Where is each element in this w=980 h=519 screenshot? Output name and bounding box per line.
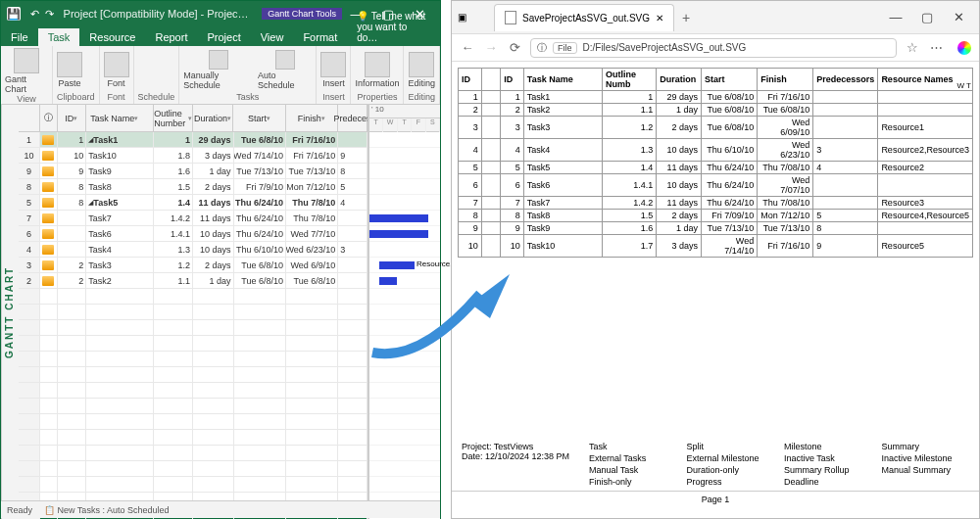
table-row[interactable]: 4Task41.310 daysThu 6/10/10Wed 6/23/103	[19, 242, 368, 258]
legend-item: Summary Rollup	[784, 465, 872, 475]
table-row[interactable]: 11◢ Task1129 daysTue 6/8/10Fri 7/16/10	[19, 132, 368, 148]
table-row[interactable]: 7Task71.4.211 daysThu 6/24/10Thu 7/8/10	[19, 211, 368, 226]
tab-view[interactable]: View	[251, 28, 294, 46]
tab-file[interactable]: File	[1, 28, 38, 46]
table-row[interactable]: 6Task61.4.110 daysThu 6/24/10Wed 7/7/10	[19, 226, 368, 242]
col-finish: Finish▾	[286, 105, 338, 131]
table-row[interactable]: 22Task21.11 dayTue 6/8/10Tue 6/8/10	[19, 273, 368, 289]
tab-resource[interactable]: Resource	[79, 28, 145, 46]
task-grid[interactable]: ⓘ ID▾ Task Name▾ Outline Number▾ Duratio…	[19, 105, 369, 519]
favorite-icon[interactable]: ☆	[905, 40, 920, 55]
legend-item: Split	[687, 442, 775, 451]
table-row-empty[interactable]	[19, 352, 368, 367]
legend-item: Deadline	[784, 477, 872, 487]
url-scheme: File	[553, 42, 577, 54]
manually-schedule-button[interactable]: Manually Schedule	[183, 50, 254, 90]
tab-report[interactable]: Report	[145, 28, 197, 46]
editing-button[interactable]: Editing	[408, 52, 435, 88]
table-row-empty[interactable]	[19, 289, 368, 305]
table-row-empty[interactable]	[19, 336, 368, 352]
svg-task-table: IDIDTask NameOutline NumbDurationStartFi…	[458, 68, 973, 258]
tab-title: SaveProjectAsSVG_out.SVG	[522, 13, 650, 24]
tab-project[interactable]: Project	[197, 28, 250, 46]
table-row[interactable]: 32Task31.22 daysTue 6/8/10Wed 6/9/10	[19, 258, 368, 273]
menu-icon[interactable]: ⋯	[928, 40, 944, 55]
svg-col-header: ID	[501, 69, 524, 91]
task-icon	[42, 166, 54, 176]
new-tab-button[interactable]: +	[682, 10, 690, 25]
gantt-chart-sidebar[interactable]: GANTT CHART	[1, 105, 19, 519]
svg-col-header: Start	[702, 69, 758, 91]
col-outline: Outline Number▾	[154, 105, 193, 131]
svg-col-header: Duration	[657, 69, 702, 91]
browser-close[interactable]: ✕	[944, 10, 973, 24]
status-bar: Ready 📋 New Tasks : Auto Scheduled	[1, 500, 440, 518]
table-row-empty[interactable]	[19, 414, 368, 430]
ribbon-tabs: FileTaskResourceReportProjectViewFormat💡…	[1, 26, 440, 46]
browser-titlebar: ▣ SaveProjectAsSVG_out.SVG ✕ + — ▢ ✕	[452, 1, 979, 34]
gantt-chart-button[interactable]: Gantt Chart	[5, 48, 48, 94]
svg-table-row: 66Task61.4.110 daysThu 6/24/10Wed 7/07/1…	[459, 174, 973, 197]
url-input[interactable]: ⓘ File D:/Files/SaveProjectAsSVG_out.SVG	[530, 38, 897, 58]
gantt-row	[369, 211, 440, 226]
window-title: Project [Compatibility Mode] - Projec…	[54, 8, 258, 20]
table-row-empty[interactable]	[19, 383, 368, 399]
svg-table-row: 33Task31.22 daysTue 6/08/10Wed 6/09/10Re…	[459, 117, 973, 139]
svg-table-row: 88Task81.52 daysFri 7/09/10Mon 7/12/105R…	[459, 210, 973, 222]
redo-icon[interactable]: ↷	[45, 8, 54, 21]
forward-button[interactable]: →	[483, 40, 499, 55]
tab-close-icon[interactable]: ✕	[656, 13, 663, 24]
task-icon	[42, 151, 54, 161]
table-row-empty[interactable]	[19, 430, 368, 446]
svg-col-header: Outline Numb	[602, 69, 656, 91]
conversion-arrow-icon	[363, 264, 519, 372]
back-button[interactable]: ←	[460, 40, 475, 55]
auto-schedule-button[interactable]: Auto Schedule	[258, 50, 312, 90]
table-row-empty[interactable]	[19, 461, 368, 477]
insert-button[interactable]: Insert	[320, 52, 346, 88]
refresh-button[interactable]: ⟳	[507, 40, 522, 55]
table-row-empty[interactable]	[19, 477, 368, 493]
col-duration: Duration▾	[193, 105, 233, 131]
gantt-bar[interactable]	[369, 230, 428, 238]
information-button[interactable]: Information	[355, 52, 399, 88]
table-row[interactable]: 1010Task101.83 daysWed 7/14/10Fri 7/16/1…	[19, 148, 368, 164]
table-row[interactable]: 88Task81.52 daysFri 7/9/10Mon 7/12/105	[19, 179, 368, 195]
save-icon[interactable]: 💾	[7, 7, 21, 21]
url-text: D:/Files/SaveProjectAsSVG_out.SVG	[583, 42, 747, 53]
table-row[interactable]: 99Task91.61 dayTue 7/13/10Tue 7/13/108	[19, 164, 368, 179]
svg-table-row: 11Task1129 daysTue 6/08/10Fri 7/16/10	[459, 91, 973, 104]
table-row-empty[interactable]	[19, 446, 368, 461]
browser-tab[interactable]: SaveProjectAsSVG_out.SVG ✕	[494, 4, 674, 31]
browser-minimize[interactable]: —	[881, 10, 910, 24]
profile-icon[interactable]	[957, 41, 971, 55]
col-start: Start▾	[233, 105, 285, 131]
file-scheme-icon: ⓘ	[537, 41, 547, 55]
legend-item: External Tasks	[589, 453, 677, 463]
undo-icon[interactable]: ↶	[30, 8, 39, 21]
task-icon	[42, 245, 54, 255]
gantt-row	[369, 242, 440, 258]
svg-table-row: 22Task21.11 dayTue 6/08/10Tue 6/08/10	[459, 104, 973, 117]
browser-maximize[interactable]: ▢	[912, 10, 942, 24]
legend-item: Inactive Task	[784, 453, 872, 463]
paste-button[interactable]: Paste	[57, 52, 82, 88]
table-row-empty[interactable]	[19, 367, 368, 383]
tell-me[interactable]: 💡 Tell me what you want to do…	[347, 8, 440, 46]
tab-task[interactable]: Task	[38, 28, 80, 46]
svg-col-header: ID	[459, 69, 482, 91]
font-button[interactable]: Font	[104, 52, 129, 88]
table-row-empty[interactable]	[19, 305, 368, 320]
tab-format[interactable]: Format	[293, 28, 347, 46]
grid-header: ⓘ ID▾ Task Name▾ Outline Number▾ Duratio…	[19, 105, 368, 132]
task-icon	[42, 213, 54, 223]
timescale-top: ' 10	[369, 105, 440, 118]
task-icon	[42, 260, 54, 270]
table-row[interactable]: 58◢ Task51.411 daysThu 6/24/10Thu 7/8/10…	[19, 195, 368, 211]
address-bar: ← → ⟳ ⓘ File D:/Files/SaveProjectAsSVG_o…	[452, 34, 979, 62]
svg-document: IDIDTask NameOutline NumbDurationStartFi…	[452, 62, 979, 514]
tabs-icon[interactable]: ▣	[458, 12, 466, 23]
gantt-bar[interactable]	[369, 214, 428, 222]
table-row-empty[interactable]	[19, 399, 368, 414]
table-row-empty[interactable]	[19, 320, 368, 336]
